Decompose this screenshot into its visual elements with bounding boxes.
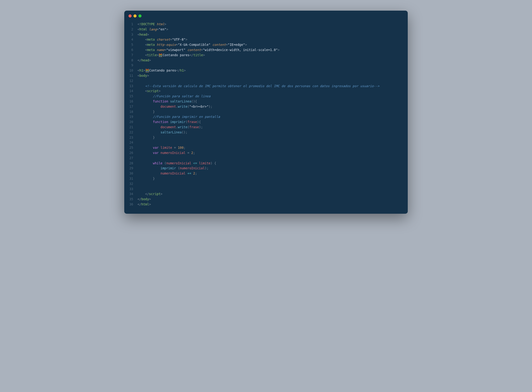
- code-line[interactable]: 4 <meta charset="UTF-8">: [124, 37, 408, 42]
- line-content[interactable]: <!DOCTYPE html>: [137, 22, 408, 27]
- token-tag: html: [139, 27, 149, 31]
- token-punc: <: [137, 33, 139, 36]
- line-content[interactable]: [137, 187, 408, 192]
- line-content[interactable]: <meta http-equiv="X-UA-Compatible" conte…: [137, 42, 408, 47]
- line-content[interactable]: saltarLinea();: [137, 130, 408, 135]
- code-line[interactable]: 30 numeroInicial += 2;: [124, 171, 408, 176]
- code-line[interactable]: 9: [124, 63, 408, 68]
- code-line[interactable]: 16 function saltarLinea(){: [124, 99, 408, 104]
- token-str: "IE=edge": [228, 43, 245, 47]
- line-content[interactable]: function imprimir(frase){: [137, 120, 408, 125]
- line-content[interactable]: </head>: [137, 58, 408, 63]
- code-line[interactable]: 20 function imprimir(frase){: [124, 120, 408, 125]
- code-line[interactable]: 36</html>: [124, 202, 408, 207]
- line-content[interactable]: <meta charset="UTF-8">: [137, 37, 408, 42]
- code-line[interactable]: 26 var numeroInicial = 2;: [124, 150, 408, 156]
- line-content[interactable]: </body>: [137, 197, 408, 202]
- minimize-icon[interactable]: [133, 14, 137, 18]
- code-line[interactable]: 14 <script>: [124, 89, 408, 94]
- code-line[interactable]: 25 var limite = 100;: [124, 145, 408, 150]
- line-content[interactable]: function saltarLinea(){: [137, 99, 408, 104]
- code-editor[interactable]: 1<!DOCTYPE html>2<html lang="en">3<head>…: [124, 20, 408, 214]
- line-content[interactable]: }: [137, 135, 408, 140]
- code-line[interactable]: 7 <title>🧮Contando pares</title>: [124, 53, 408, 58]
- line-content[interactable]: numeroInicial += 2;: [137, 171, 408, 176]
- line-content[interactable]: }: [137, 176, 408, 181]
- code-line[interactable]: 27: [124, 156, 408, 161]
- line-content[interactable]: [137, 63, 408, 68]
- line-content[interactable]: <html lang="en">: [137, 27, 408, 32]
- line-content[interactable]: document.write("<br><br>");: [137, 104, 408, 109]
- line-content[interactable]: var limite = 100;: [137, 145, 408, 150]
- line-content[interactable]: <title>🧮Contando pares</title>: [137, 53, 408, 58]
- code-line[interactable]: 13 <!--Esta versión de calculo de IMC pe…: [124, 84, 408, 89]
- code-line[interactable]: 32: [124, 181, 408, 187]
- line-content[interactable]: while (numeroInicial <= limite) {: [137, 161, 408, 166]
- line-number: 26: [124, 150, 137, 156]
- line-content[interactable]: [137, 78, 408, 84]
- code-line[interactable]: 5 <meta http-equiv="X-UA-Compatible" con…: [124, 42, 408, 47]
- token-punc: >: [159, 89, 160, 93]
- editor-window: 1<!DOCTYPE html>2<html lang="en">3<head>…: [124, 11, 408, 214]
- code-line[interactable]: 12: [124, 78, 408, 84]
- code-line[interactable]: 10<h1>🧮Contando pares</h1>: [124, 68, 408, 73]
- line-number: 36: [124, 202, 137, 207]
- line-content[interactable]: </html>: [137, 202, 408, 207]
- close-icon[interactable]: [128, 14, 132, 18]
- token-text: [137, 99, 153, 103]
- token-str: "en": [159, 27, 166, 31]
- code-line[interactable]: 33: [124, 187, 408, 192]
- code-line[interactable]: 24: [124, 140, 408, 145]
- token-text: [137, 53, 145, 57]
- code-line[interactable]: 1<!DOCTYPE html>: [124, 22, 408, 27]
- zoom-icon[interactable]: [138, 14, 141, 18]
- code-line[interactable]: 19 //Función para imprimir en pantalla: [124, 114, 408, 120]
- token-emoji: 🧮: [159, 53, 163, 57]
- token-punc: <: [137, 22, 139, 26]
- code-line[interactable]: 22 saltarLinea();: [124, 130, 408, 135]
- code-line[interactable]: 2<html lang="en">: [124, 27, 408, 32]
- line-content[interactable]: [137, 140, 408, 145]
- code-line[interactable]: 17 document.write("<br><br>");: [124, 104, 408, 109]
- line-content[interactable]: }: [137, 109, 408, 115]
- line-number: 4: [124, 37, 137, 42]
- code-line[interactable]: 3<head>: [124, 32, 408, 37]
- token-punc: >: [149, 202, 151, 206]
- token-cmt: //Función para imprimir en pantalla: [153, 115, 220, 119]
- line-content[interactable]: imprimir (numeroInicial);: [137, 166, 408, 171]
- code-line[interactable]: 31 }: [124, 176, 408, 181]
- code-line[interactable]: 11<body>: [124, 73, 408, 78]
- token-var: document: [161, 105, 176, 108]
- code-line[interactable]: 15 //Función para saltar de linea: [124, 94, 408, 99]
- line-content[interactable]: <meta name="viewport" content="width=dev…: [137, 47, 408, 53]
- line-number: 15: [124, 94, 137, 99]
- code-line[interactable]: 8</head>: [124, 58, 408, 63]
- token-punc: </: [137, 58, 141, 62]
- line-content[interactable]: <head>: [137, 32, 408, 37]
- line-number: 9: [124, 63, 137, 68]
- line-content[interactable]: var numeroInicial = 2;: [137, 150, 408, 156]
- token-punc: >: [185, 37, 187, 41]
- token-var: limite: [161, 146, 172, 149]
- code-line[interactable]: 28 while (numeroInicial <= limite) {: [124, 161, 408, 166]
- line-content[interactable]: [137, 181, 408, 187]
- line-content[interactable]: <script>: [137, 89, 408, 94]
- line-content[interactable]: <!--Esta versión de calculo de IMC permi…: [137, 84, 408, 89]
- line-content[interactable]: [137, 156, 408, 161]
- line-content[interactable]: <h1>🧮Contando pares</h1>: [137, 68, 408, 73]
- code-line[interactable]: 29 imprimir (numeroInicial);: [124, 166, 408, 171]
- line-content[interactable]: <body>: [137, 73, 408, 78]
- code-line[interactable]: 21 document.write(frase);: [124, 125, 408, 130]
- line-content[interactable]: //Función para saltar de linea: [137, 94, 408, 99]
- code-line[interactable]: 35</body>: [124, 197, 408, 202]
- line-content[interactable]: //Función para imprimir en pantalla: [137, 114, 408, 120]
- code-line[interactable]: 23 }: [124, 135, 408, 140]
- line-content[interactable]: document.write(frase);: [137, 125, 408, 130]
- line-number: 11: [124, 73, 137, 78]
- token-var: frase: [187, 120, 197, 124]
- token-punc: >: [203, 53, 205, 57]
- code-line[interactable]: 34 </script>: [124, 191, 408, 197]
- line-content[interactable]: </script>: [137, 191, 408, 197]
- code-line[interactable]: 6 <meta name="viewport" content="width=d…: [124, 47, 408, 53]
- code-line[interactable]: 18 }: [124, 109, 408, 115]
